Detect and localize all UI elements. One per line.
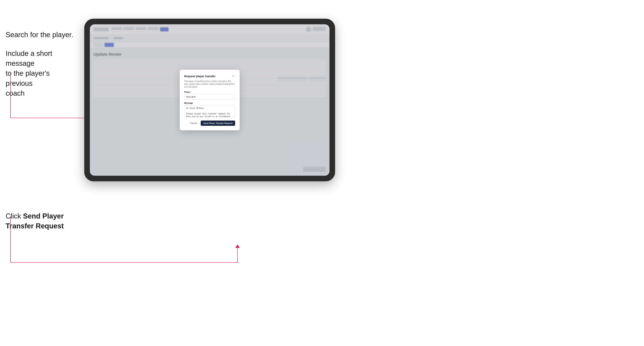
send-transfer-request-button[interactable]: Send Player Transfer Request (201, 121, 235, 126)
modal-header: Request player transfer × (184, 74, 235, 78)
annotation-click-bold: Send PlayerTransfer Request (6, 212, 64, 230)
arrow-line-1-vertical (10, 73, 11, 118)
modal-title: Request player transfer (184, 75, 216, 78)
request-transfer-modal: Request player transfer × If the player … (180, 70, 240, 130)
cancel-button[interactable]: Cancel (188, 121, 199, 126)
tablet-device: Update Roster Request player transfer (84, 19, 335, 181)
modal-overlay: Request player transfer × If the player … (90, 24, 330, 176)
annotation-click-text: Click Send PlayerTransfer Request (6, 211, 64, 231)
modal-footer: Cancel Send Player Transfer Request (184, 121, 235, 126)
player-input[interactable] (184, 94, 235, 100)
arrow-line-2-horizontal (10, 262, 239, 263)
arrow-head-up (235, 244, 240, 248)
modal-close-button[interactable]: × (232, 74, 235, 78)
arrow-line-2-vertical (10, 216, 11, 263)
annotation-message-text: Include a short messageto the player's p… (6, 49, 75, 98)
message-textarea[interactable]: Hi Coach McHarg, Please accept this tran… (184, 105, 235, 117)
tablet-screen: Update Roster Request player transfer (90, 24, 330, 176)
modal-description: If the player is transferring from anoth… (184, 80, 235, 88)
message-label: Message (184, 102, 235, 104)
arrow-up-line (237, 247, 238, 263)
player-label: Player (184, 91, 235, 93)
annotation-search-text: Search for the player. (6, 30, 73, 40)
